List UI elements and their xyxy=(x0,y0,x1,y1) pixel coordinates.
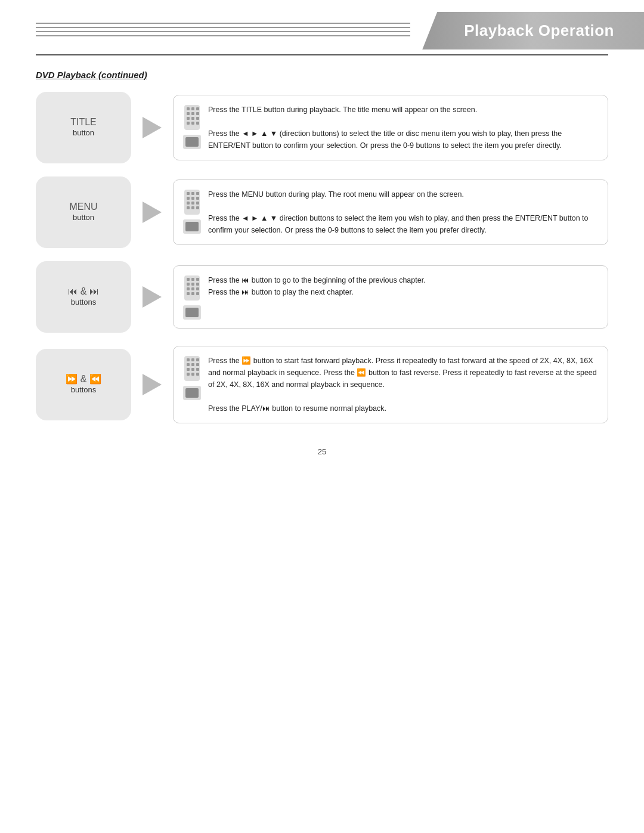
ff-rew-desc-line1: Press the ⏩ button to start fast forward… xyxy=(208,357,597,389)
remote-icon-2 xyxy=(184,190,200,215)
skip-desc-line2: Press the ⏭ button to play the next chap… xyxy=(208,288,354,296)
arrow-shape-2 xyxy=(143,202,162,223)
skip-button-box: ⏮ & ⏭ buttons xyxy=(36,261,131,333)
arrow-shape-1 xyxy=(143,117,162,138)
content-area: TITLE button Press the TITLE button duri… xyxy=(0,92,644,423)
ff-rew-desc-line2: Press the PLAY/⏭ button to resume normal… xyxy=(208,404,386,413)
section-title: DVD Playback (continued) xyxy=(36,70,608,80)
ff-rew-button-icon-text: ⏩ & ⏪ xyxy=(66,373,101,385)
skip-button-label: buttons xyxy=(71,297,97,308)
skip-button-icon-text: ⏮ & ⏭ xyxy=(68,286,99,297)
ff-rew-desc-box: Press the ⏩ button to start fast forward… xyxy=(173,346,608,423)
menu-desc-icons xyxy=(183,188,201,234)
row-ff-rew-buttons: ⏩ & ⏪ buttons Press the ⏩ button to star… xyxy=(36,346,608,423)
page-title-banner: Playback Operation xyxy=(422,12,644,49)
menu-desc-line1: Press the MENU button during play. The r… xyxy=(208,190,464,199)
title-button-box: TITLE button xyxy=(36,92,131,163)
remote-icon-1 xyxy=(184,105,200,130)
ff-rew-button-label: buttons xyxy=(71,385,97,395)
row-title-button: TITLE button Press the TITLE button duri… xyxy=(36,92,608,163)
title-desc-line2: Press the ◄ ► ▲ ▼ (direction buttons) to… xyxy=(208,129,562,150)
arrow-shape-3 xyxy=(143,286,162,308)
skip-desc-line1: Press the ⏮ button to go to the beginnin… xyxy=(208,276,426,284)
tv-icon-4 xyxy=(183,386,201,400)
row-skip-buttons: ⏮ & ⏭ buttons Press the ⏮ button to go t… xyxy=(36,261,608,333)
arrow-4 xyxy=(131,374,173,395)
menu-desc-line2: Press the ◄ ► ▲ ▼ direction buttons to s… xyxy=(208,214,589,234)
page-title: Playback Operation xyxy=(464,21,614,39)
title-desc-text: Press the TITLE button during playback. … xyxy=(208,104,598,151)
remote-icon-3 xyxy=(184,275,200,301)
header-lines xyxy=(0,23,422,39)
ff-rew-desc-text: Press the ⏩ button to start fast forward… xyxy=(208,355,598,414)
skip-desc-icons xyxy=(183,274,201,320)
tv-icon-1 xyxy=(183,135,201,149)
menu-desc-text: Press the MENU button during play. The r… xyxy=(208,188,598,236)
title-desc-icons xyxy=(183,104,201,149)
title-button-icon-text: TITLE xyxy=(70,117,97,128)
ff-rew-button-box: ⏩ & ⏪ buttons xyxy=(36,349,131,420)
row-menu-button: MENU button Press the MENU button during… xyxy=(36,176,608,248)
skip-desc-text: Press the ⏮ button to go to the beginnin… xyxy=(208,274,598,298)
arrow-shape-4 xyxy=(143,374,162,395)
arrow-3 xyxy=(131,286,173,308)
page-number: 25 xyxy=(0,447,644,456)
skip-desc-box: Press the ⏮ button to go to the beginnin… xyxy=(173,265,608,329)
remote-icon-4 xyxy=(184,356,200,381)
menu-desc-box: Press the MENU button during play. The r… xyxy=(173,179,608,245)
title-desc-box: Press the TITLE button during playback. … xyxy=(173,95,608,160)
arrow-2 xyxy=(131,202,173,223)
title-button-label: button xyxy=(73,128,94,138)
menu-button-label: button xyxy=(73,212,94,223)
tv-icon-2 xyxy=(183,219,201,234)
page-header: Playback Operation xyxy=(0,0,644,49)
arrow-1 xyxy=(131,117,173,138)
header-divider xyxy=(36,54,608,55)
menu-button-box: MENU button xyxy=(36,176,131,248)
menu-button-icon-text: MENU xyxy=(69,202,97,212)
tv-icon-3 xyxy=(183,305,201,320)
ff-rew-desc-icons xyxy=(183,355,201,400)
title-desc-line1: Press the TITLE button during playback. … xyxy=(208,106,477,114)
